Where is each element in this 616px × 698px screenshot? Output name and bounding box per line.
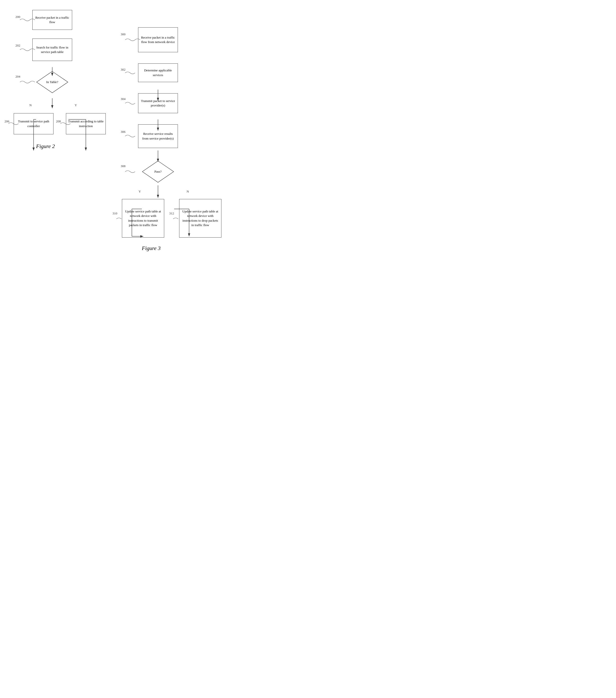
ref-206: 206: [4, 120, 10, 123]
branch-n-fig3: N: [186, 190, 189, 194]
ref-204: 204: [15, 75, 20, 79]
diagram-container: 200 Receive packet in a traffic flow 202…: [0, 0, 251, 348]
ref-300: 300: [121, 32, 126, 36]
box-300: Receive packet in a traffic flow from ne…: [138, 27, 178, 52]
fig3-title: Figure 3: [142, 245, 161, 251]
ref-310: 310: [112, 211, 117, 215]
ref-208: 208: [56, 120, 61, 123]
fig2-title: Figure 2: [36, 143, 55, 150]
ref-308: 308: [121, 164, 126, 168]
diamond-308: Pass?: [142, 160, 174, 183]
box-304: Transmit packet to service provider(s): [138, 93, 178, 113]
box-202: Search for traffic flow in service path …: [32, 39, 72, 61]
ref-312: 312: [169, 211, 174, 215]
svg-marker-0: [37, 71, 68, 93]
diamond-204: In Table?: [36, 71, 68, 93]
box-312: Update service path table at network dev…: [179, 199, 221, 238]
svg-marker-1: [142, 161, 174, 182]
ref-304: 304: [121, 97, 126, 101]
box-302: Determine applicable services: [138, 64, 178, 82]
ref-306: 306: [121, 130, 126, 134]
ref-202: 202: [15, 43, 20, 47]
box-310: Update service path table at network dev…: [122, 199, 164, 238]
box-206: Transmit to service path controller: [14, 113, 54, 134]
branch-n-fig2: N: [29, 103, 32, 107]
box-208: Transmit according to table instruction: [66, 113, 106, 134]
box-200: Receive packet in a traffic flow: [32, 10, 72, 30]
box-306: Receive service results from service pro…: [138, 124, 178, 148]
branch-y-fig2: Y: [75, 103, 77, 107]
branch-y-fig3: Y: [139, 190, 141, 194]
ref-302: 302: [121, 68, 126, 72]
ref-200: 200: [15, 15, 20, 19]
